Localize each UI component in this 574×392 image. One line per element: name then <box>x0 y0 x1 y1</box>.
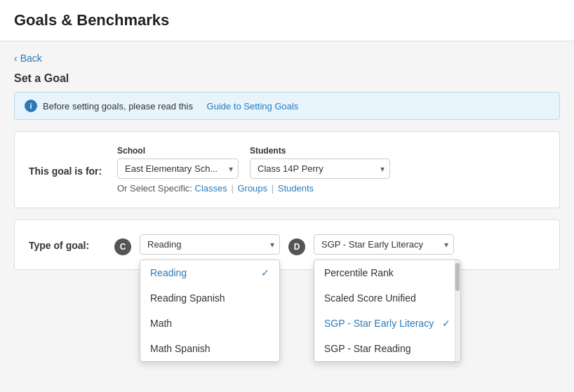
goal-for-label: This goal is for: <box>29 146 106 177</box>
badge-c: C <box>114 238 131 255</box>
or-select-row: Or Select Specific: Classes | Groups | S… <box>117 183 390 194</box>
school-dropdown-container: East Elementary Sch... <box>117 158 239 179</box>
sgp-check-icon: ✓ <box>442 318 450 329</box>
back-chevron-icon: ‹ <box>14 53 18 64</box>
sgp-type-dropdown[interactable]: SGP - Star Early Literacy <box>314 234 454 255</box>
reading-option-math-spanish-label: Math Spanish <box>150 343 211 354</box>
set-goal-title: Set a Goal <box>14 72 560 85</box>
or-select-prefix: Or Select Specific: <box>117 183 192 194</box>
back-label: Back <box>20 53 42 64</box>
sgp-option-star-early-label: SGP - Star Early Literacy <box>324 318 434 329</box>
school-dropdown[interactable]: East Elementary Sch... <box>117 158 239 179</box>
reading-check-icon: ✓ <box>261 267 269 278</box>
school-label: School <box>117 146 239 156</box>
reading-option-math[interactable]: Math <box>140 311 279 336</box>
page-title: Goals & Benchmarks <box>14 11 560 29</box>
reading-option-math-label: Math <box>150 318 172 329</box>
classes-link[interactable]: Classes <box>195 183 227 194</box>
info-banner: i Before setting goals, please read this… <box>14 92 560 120</box>
guide-link[interactable]: Guide to Setting Goals <box>207 101 299 111</box>
reading-option-reading-spanish[interactable]: Reading Spanish <box>140 285 279 311</box>
info-icon: i <box>25 100 37 112</box>
sgp-dropdown-menu: Percentile Rank Scaled Score Unified SGP… <box>314 259 461 362</box>
reading-type-dropdown[interactable]: Reading <box>140 234 280 255</box>
type-goal-card: Type of goal: C Reading Reading ✓ <box>14 219 560 270</box>
back-link[interactable]: ‹ Back <box>14 53 42 64</box>
badge-d: D <box>288 238 305 255</box>
goal-for-card: This goal is for: School East Elementary… <box>14 131 560 208</box>
reading-dropdown-container: Reading <box>140 234 280 255</box>
scrollbar-track <box>455 260 460 361</box>
sgp-option-star-early[interactable]: SGP - Star Early Literacy ✓ <box>314 311 460 336</box>
sgp-option-scaled[interactable]: Scaled Score Unified <box>314 285 460 311</box>
info-text: Before setting goals, please read this <box>43 101 193 111</box>
sgp-option-star-reading[interactable]: SGP - Star Reading <box>314 336 460 361</box>
scrollbar-thumb <box>455 263 460 291</box>
type-goal-label: Type of goal: <box>29 234 106 251</box>
reading-option-math-spanish[interactable]: Math Spanish <box>140 336 279 361</box>
reading-option-reading-spanish-label: Reading Spanish <box>150 292 225 304</box>
sgp-dropdown-container: SGP - Star Early Literacy <box>314 234 454 255</box>
students-dropdown[interactable]: Class 14P Perry <box>250 158 390 179</box>
groups-link[interactable]: Groups <box>237 183 267 194</box>
reading-dropdown-menu: Reading ✓ Reading Spanish Math Math Span… <box>140 259 280 362</box>
sgp-option-star-reading-label: SGP - Star Reading <box>324 343 411 354</box>
reading-option-reading-label: Reading <box>150 267 187 278</box>
sgp-option-scaled-label: Scaled Score Unified <box>324 292 416 304</box>
students-dropdown-container: Class 14P Perry <box>250 158 390 179</box>
sgp-option-percentile[interactable]: Percentile Rank <box>314 260 460 285</box>
students-label: Students <box>250 146 390 156</box>
reading-option-reading[interactable]: Reading ✓ <box>140 260 279 285</box>
page-header: Goals & Benchmarks <box>0 0 574 41</box>
students-link[interactable]: Students <box>278 183 314 194</box>
sgp-option-percentile-label: Percentile Rank <box>324 267 394 278</box>
